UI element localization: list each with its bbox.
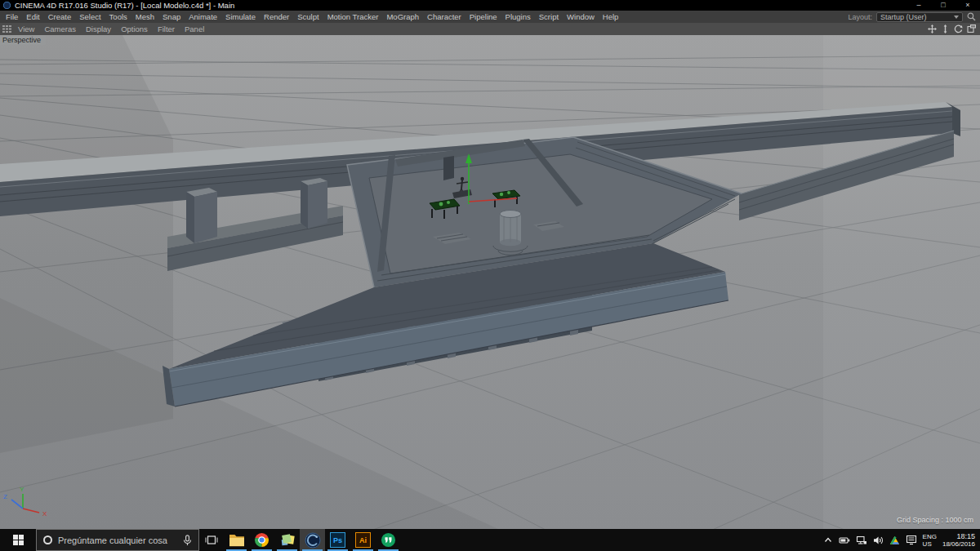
- vp-menu-filter[interactable]: Filter: [153, 24, 180, 33]
- menu-item-mesh[interactable]: Mesh: [131, 12, 158, 21]
- menu-item-render[interactable]: Render: [260, 12, 293, 21]
- menu-item-animate[interactable]: Animate: [185, 12, 221, 21]
- zoom-view-icon[interactable]: [941, 24, 950, 33]
- search-input[interactable]: [58, 535, 177, 545]
- menu-item-pipeline[interactable]: Pipeline: [466, 12, 501, 21]
- menu-item-snap[interactable]: Snap: [158, 12, 185, 21]
- vp-menu-cameras[interactable]: Cameras: [39, 24, 81, 33]
- clock-date: 18/06/2016: [942, 540, 975, 549]
- restore-button[interactable]: □: [931, 0, 956, 11]
- chevron-down-icon: [954, 16, 959, 19]
- vp-menu-display[interactable]: Display: [81, 24, 116, 33]
- network-status[interactable]: [856, 535, 867, 545]
- google-drive-icon: [889, 535, 900, 545]
- tray-expand-button[interactable]: [823, 535, 833, 544]
- search-icon[interactable]: [967, 12, 976, 21]
- menu-item-motion-tracker[interactable]: Motion Tracker: [323, 12, 383, 21]
- region-code: US: [923, 540, 937, 548]
- pan-view-icon[interactable]: [928, 24, 937, 33]
- menu-item-script[interactable]: Script: [535, 12, 563, 21]
- taskbar-app-hangouts[interactable]: [376, 529, 401, 551]
- minimize-button[interactable]: –: [906, 0, 931, 11]
- menu-item-select[interactable]: Select: [75, 12, 105, 21]
- cinema4d-icon: [305, 532, 321, 549]
- vp-menu-panel[interactable]: Panel: [180, 24, 209, 33]
- task-view-icon: [205, 535, 218, 545]
- menu-bar: File Edit Create Select Tools Mesh Snap …: [0, 11, 980, 23]
- viewport-perspective[interactable]: Y X Z Perspective Grid Spacing : 1000 cm: [0, 35, 980, 529]
- close-button[interactable]: ×: [956, 0, 980, 11]
- volume-control[interactable]: [873, 535, 884, 545]
- microphone-icon[interactable]: [183, 535, 192, 546]
- taskbar-app-cinema-4d[interactable]: [300, 529, 325, 551]
- menu-item-plugins[interactable]: Plugins: [501, 12, 535, 21]
- sticky-notes-icon: [279, 532, 296, 548]
- viewport-menu-bar: View Cameras Display Options Filter Pane…: [0, 23, 980, 35]
- menu-item-help[interactable]: Help: [599, 12, 623, 21]
- window-title: CINEMA 4D R17.016 Studio (R17) - [Local …: [15, 1, 234, 10]
- menu-item-create[interactable]: Create: [44, 12, 76, 21]
- grid-spacing-status: Grid Spacing : 1000 cm: [897, 516, 973, 524]
- menu-item-window[interactable]: Window: [563, 12, 599, 21]
- viewport-canvas[interactable]: Y X Z: [0, 35, 980, 529]
- axis-y-label: Y: [20, 486, 24, 493]
- axis-z-label: Z: [3, 493, 7, 500]
- display-settings-tray[interactable]: [906, 535, 917, 545]
- chevron-up-icon: [823, 535, 833, 544]
- illustrator-icon: Ai: [355, 532, 371, 548]
- menu-item-sculpt[interactable]: Sculpt: [293, 12, 323, 21]
- photoshop-icon: Ps: [330, 532, 345, 548]
- taskbar: Ps Ai: [0, 529, 980, 551]
- search-box[interactable]: [36, 529, 199, 551]
- taskbar-app-illustrator[interactable]: Ai: [350, 529, 376, 551]
- toggle-view-icon[interactable]: [967, 24, 976, 33]
- layout-dropdown[interactable]: Startup (User): [876, 12, 963, 22]
- menu-item-tools[interactable]: Tools: [105, 12, 131, 21]
- menu-item-edit[interactable]: Edit: [22, 12, 43, 21]
- hangouts-icon: [381, 532, 396, 548]
- language-code: ENG: [923, 533, 937, 540]
- layout-label: Layout:: [848, 13, 872, 21]
- language-indicator[interactable]: ENG US: [923, 533, 937, 548]
- title-bar: CINEMA 4D R17.016 Studio (R17) - [Local …: [0, 0, 980, 11]
- google-drive-tray[interactable]: [889, 535, 900, 545]
- panel-grid-icon[interactable]: [2, 24, 11, 33]
- menu-item-simulate[interactable]: Simulate: [221, 12, 260, 21]
- taskbar-app-photoshop[interactable]: Ps: [325, 529, 350, 551]
- taskbar-app-sticky-notes[interactable]: [274, 529, 300, 551]
- cinema4d-app-icon: [3, 2, 11, 9]
- axis-x-label: X: [42, 510, 47, 518]
- vp-menu-options[interactable]: Options: [116, 24, 153, 33]
- monitor-list-icon: [906, 535, 917, 545]
- pinned-apps: Ps Ai: [224, 529, 401, 551]
- view-label[interactable]: Perspective: [0, 35, 46, 45]
- file-explorer-icon: [229, 533, 245, 547]
- chrome-icon: [254, 532, 270, 548]
- menu-item-character[interactable]: Character: [423, 12, 466, 21]
- cortana-icon: [43, 535, 52, 544]
- clock-time: 18:15: [942, 532, 975, 540]
- menu-item-mograph[interactable]: MoGraph: [382, 12, 423, 21]
- windows-logo-icon: [13, 535, 24, 545]
- taskbar-app-chrome[interactable]: [249, 529, 274, 551]
- speaker-icon: [873, 535, 884, 545]
- menu-item-file[interactable]: File: [2, 12, 22, 21]
- system-tray: ENG US 18:15 18/06/2016: [823, 529, 980, 551]
- task-view-button[interactable]: [199, 529, 224, 551]
- vp-menu-view[interactable]: View: [13, 24, 39, 33]
- start-button[interactable]: [0, 529, 36, 551]
- battery-icon: [839, 535, 850, 545]
- clock[interactable]: 18:15 18/06/2016: [942, 532, 975, 549]
- taskbar-app-file-explorer[interactable]: [224, 529, 249, 551]
- battery-status[interactable]: [839, 535, 850, 545]
- network-icon: [856, 535, 867, 545]
- layout-dropdown-value: Startup (User): [880, 13, 927, 21]
- rotate-view-icon[interactable]: [954, 24, 963, 33]
